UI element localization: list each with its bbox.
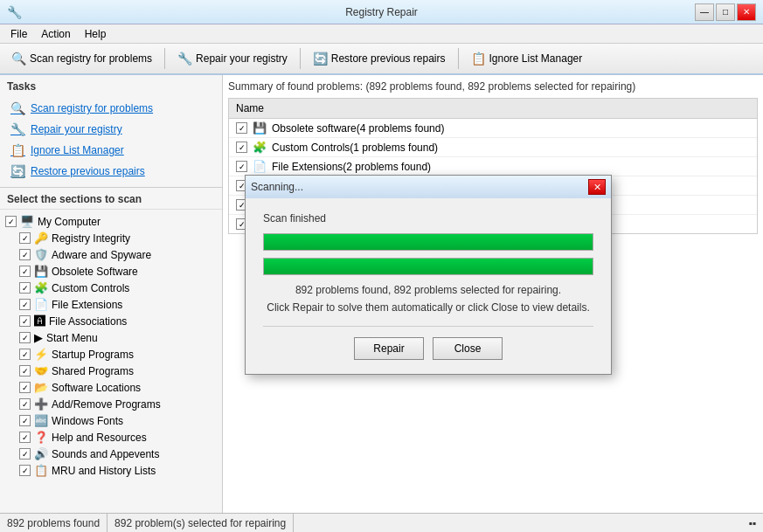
cb-row-1[interactable] (236, 142, 247, 153)
tree-adware[interactable]: 🛡️ Adware and Spyware (17, 246, 218, 263)
progress-bar-fill-2 (264, 259, 593, 274)
tree-fonts[interactable]: 🔤 Windows Fonts (17, 412, 218, 429)
menu-action[interactable]: Action (34, 26, 77, 42)
tree-associations[interactable]: 🅰 File Associations (17, 313, 218, 329)
dialog-title-bar: Scanning... ✕ (246, 176, 611, 198)
tree-software-label: Software Locations (52, 382, 141, 394)
toolbar-ignore-button[interactable]: 📋 Ignore List Manager (463, 46, 591, 71)
task-ignore[interactable]: 📋 Ignore List Manager (7, 140, 215, 161)
tree-shared-label: Shared Programs (52, 365, 134, 377)
tree-sounds[interactable]: 🔊 Sounds and Appevents (17, 446, 218, 462)
tree-help[interactable]: ❓ Help and Resources (17, 429, 218, 446)
restore-icon: 🔄 (313, 52, 328, 66)
toolbar-scan-button[interactable]: 🔍 Scan registry for problems (3, 46, 160, 71)
repair-icon: 🔧 (177, 52, 192, 66)
tree-extensions-label: File Extensions (52, 299, 122, 311)
cb-extensions[interactable] (19, 299, 31, 310)
tree-scroll[interactable]: 🖥️ My Computer 🔑 Registry Integrity 🛡️ A… (0, 210, 222, 513)
task-scan-icon: 🔍 (10, 101, 25, 115)
cb-shared[interactable] (19, 365, 31, 377)
tree-shared[interactable]: 🤝 Shared Programs (17, 363, 218, 379)
tree-help-label: Help and Resources (52, 432, 147, 444)
tree-software[interactable]: 📂 Software Locations (17, 379, 218, 396)
close-button[interactable]: Close (433, 337, 503, 360)
extensions-icon: 📄 (34, 298, 48, 311)
tree-startmenu[interactable]: ▶ Start Menu (17, 329, 218, 346)
toolbar-repair-button[interactable]: 🔧 Repair your registry (170, 46, 295, 71)
obsolete-icon: 💾 (34, 265, 48, 278)
repair-button[interactable]: Repair (354, 337, 424, 360)
tree-children: 🔑 Registry Integrity 🛡️ Adware and Spywa… (17, 230, 218, 479)
tasks-section: Tasks 🔍 Scan registry for problems 🔧 Rep… (0, 75, 222, 188)
cb-row-0[interactable] (236, 122, 247, 134)
cb-registry[interactable] (19, 232, 31, 244)
sections-label: Select the sections to scan (0, 188, 222, 210)
toolbar-restore-button[interactable]: 🔄 Restore previous repairs (305, 46, 454, 71)
help-icon: ❓ (34, 431, 48, 444)
tree-startup[interactable]: ⚡ Startup Programs (17, 346, 218, 363)
toolbar-repair-label: Repair your registry (196, 52, 288, 65)
sounds-icon: 🔊 (34, 447, 48, 460)
title-bar: 🔧 Registry Repair — □ ✕ (0, 0, 763, 24)
dialog-close-x-button[interactable]: ✕ (588, 179, 606, 195)
cb-row-2[interactable] (236, 161, 247, 172)
tree-mru-label: MRU and History Lists (52, 465, 156, 477)
menu-file[interactable]: File (3, 26, 34, 42)
dialog-instruction: Click Repair to solve them automatically… (263, 301, 593, 314)
table-row: 💾 Obsolete software(4 problems found) (229, 119, 757, 138)
tree-associations-label: File Associations (49, 315, 127, 328)
cb-sounds[interactable] (19, 448, 31, 459)
tree-controls[interactable]: 🧩 Custom Controls (17, 280, 218, 296)
cb-startup[interactable] (19, 349, 31, 360)
toolbar-restore-label: Restore previous repairs (331, 52, 446, 65)
tree-extensions[interactable]: 📄 File Extensions (17, 296, 218, 313)
table-row: 📄 File Extensions(2 problems found) (229, 157, 757, 176)
task-ignore-icon: 📋 (10, 143, 25, 157)
tree-mru[interactable]: 📋 MRU and History Lists (17, 462, 218, 479)
software-icon: 📂 (34, 381, 48, 394)
task-repair-icon: 🔧 (10, 122, 25, 136)
task-scan-label: Scan registry for problems (31, 102, 153, 114)
tree-addremove[interactable]: ➕ Add/Remove Programs (17, 396, 218, 412)
mycomputer-icon: 🖥️ (20, 215, 34, 228)
ignore-icon: 📋 (471, 52, 486, 66)
dialog-divider (263, 326, 593, 327)
menu-help[interactable]: Help (78, 26, 114, 42)
toolbar-separator-3 (458, 48, 459, 69)
title-bar-controls: — □ ✕ (695, 3, 756, 21)
toolbar-separator-1 (164, 48, 165, 69)
maximize-button[interactable]: □ (716, 3, 735, 21)
cb-mru[interactable] (19, 465, 31, 476)
progress-bar-fill-1 (264, 234, 593, 250)
cb-controls[interactable] (19, 282, 31, 294)
tree-obsolete[interactable]: 💾 Obsolete Software (17, 263, 218, 280)
cb-help[interactable] (19, 432, 31, 443)
left-panel: Tasks 🔍 Scan registry for problems 🔧 Rep… (0, 75, 223, 513)
dialog-body: Scan finished 892 problems found, 892 pr… (246, 198, 611, 374)
controls-icon: 🧩 (34, 281, 48, 294)
row-label-0: Obsolete software(4 problems found) (272, 122, 444, 135)
close-button[interactable]: ✕ (737, 3, 756, 21)
tree-mycomputer[interactable]: 🖥️ My Computer (3, 213, 218, 230)
cb-associations[interactable] (19, 315, 31, 327)
task-scan[interactable]: 🔍 Scan registry for problems (7, 98, 215, 119)
registry-icon: 🔑 (34, 231, 48, 245)
row-icon-1: 🧩 (253, 141, 267, 154)
task-restore[interactable]: 🔄 Restore previous repairs (7, 161, 215, 182)
toolbar: 🔍 Scan registry for problems 🔧 Repair yo… (0, 44, 763, 75)
cb-obsolete[interactable] (19, 266, 31, 277)
task-repair[interactable]: 🔧 Repair your registry (7, 119, 215, 140)
tree-registry[interactable]: 🔑 Registry Integrity (17, 230, 218, 246)
cb-adware[interactable] (19, 249, 31, 260)
cb-mycomputer[interactable] (5, 216, 17, 227)
minimize-button[interactable]: — (695, 3, 714, 21)
cb-fonts[interactable] (19, 415, 31, 426)
progress-bar-1 (263, 233, 593, 251)
mru-icon: 📋 (34, 464, 48, 477)
tree-controls-label: Custom Controls (52, 282, 129, 294)
cb-startmenu[interactable] (19, 332, 31, 343)
dialog-title: Scanning... (251, 181, 303, 193)
cb-addremove[interactable] (19, 398, 31, 410)
cb-software[interactable] (19, 382, 31, 393)
dialog-scan-finished: Scan finished (263, 212, 593, 225)
